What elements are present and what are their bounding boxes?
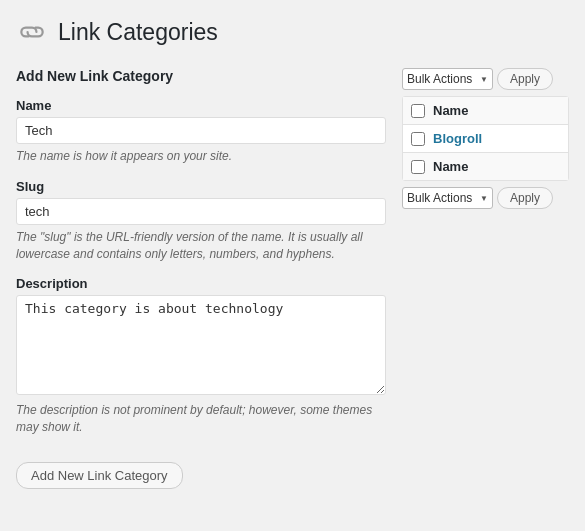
slug-hint: The "slug" is the URL-friendly version o…: [16, 229, 386, 263]
top-apply-button[interactable]: Apply: [497, 68, 553, 90]
top-bulk-bar: Bulk Actions Apply: [402, 68, 569, 90]
select-all-checkbox-top[interactable]: [411, 104, 425, 118]
categories-table: Name Blogroll Name: [402, 96, 569, 181]
name-label: Name: [16, 98, 386, 113]
add-new-section-title: Add New Link Category: [16, 68, 386, 84]
table-footer-row: Name: [403, 152, 568, 180]
table-row: Blogroll: [403, 125, 568, 152]
category-link-blogroll[interactable]: Blogroll: [433, 131, 482, 146]
description-field-group: Description The description is not promi…: [16, 276, 386, 436]
slug-input[interactable]: [16, 198, 386, 225]
table-header-row: Name: [403, 97, 568, 125]
bottom-bulk-bar: Bulk Actions Apply: [402, 187, 569, 209]
description-hint: The description is not prominent by defa…: [16, 402, 386, 436]
top-bulk-actions-select[interactable]: Bulk Actions: [402, 68, 493, 90]
description-label: Description: [16, 276, 386, 291]
chain-icon: [16, 16, 48, 48]
page-title: Link Categories: [58, 19, 218, 46]
name-hint: The name is how it appears on your site.: [16, 148, 386, 165]
add-new-link-category-button[interactable]: Add New Link Category: [16, 462, 183, 489]
description-textarea[interactable]: [16, 295, 386, 395]
right-panel: Bulk Actions Apply Name Blogroll Name: [402, 68, 569, 209]
slug-field-group: Slug The "slug" is the URL-friendly vers…: [16, 179, 386, 263]
page-header: Link Categories: [16, 16, 569, 48]
slug-label: Slug: [16, 179, 386, 194]
select-all-checkbox-bottom[interactable]: [411, 160, 425, 174]
left-panel: Add New Link Category Name The name is h…: [16, 68, 386, 489]
table-col-name-bottom: Name: [433, 159, 468, 174]
row-checkbox-blogroll[interactable]: [411, 132, 425, 146]
bottom-bulk-select-wrapper: Bulk Actions: [402, 187, 493, 209]
name-input[interactable]: [16, 117, 386, 144]
name-field-group: Name The name is how it appears on your …: [16, 98, 386, 165]
bottom-bulk-actions-select[interactable]: Bulk Actions: [402, 187, 493, 209]
top-bulk-select-wrapper: Bulk Actions: [402, 68, 493, 90]
main-layout: Add New Link Category Name The name is h…: [16, 68, 569, 489]
bottom-apply-button[interactable]: Apply: [497, 187, 553, 209]
table-col-name-top: Name: [433, 103, 468, 118]
